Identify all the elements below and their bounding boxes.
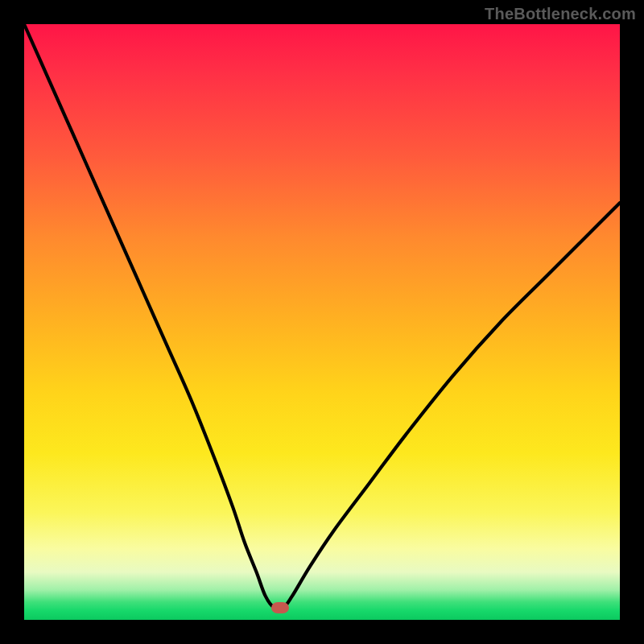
- watermark-text: TheBottleneck.com: [485, 5, 636, 23]
- optimum-marker: [271, 602, 289, 613]
- curve-overlay: [24, 24, 620, 620]
- chart-frame: TheBottleneck.com: [0, 0, 644, 644]
- plot-area: [24, 24, 620, 620]
- bottleneck-curve: [24, 24, 620, 609]
